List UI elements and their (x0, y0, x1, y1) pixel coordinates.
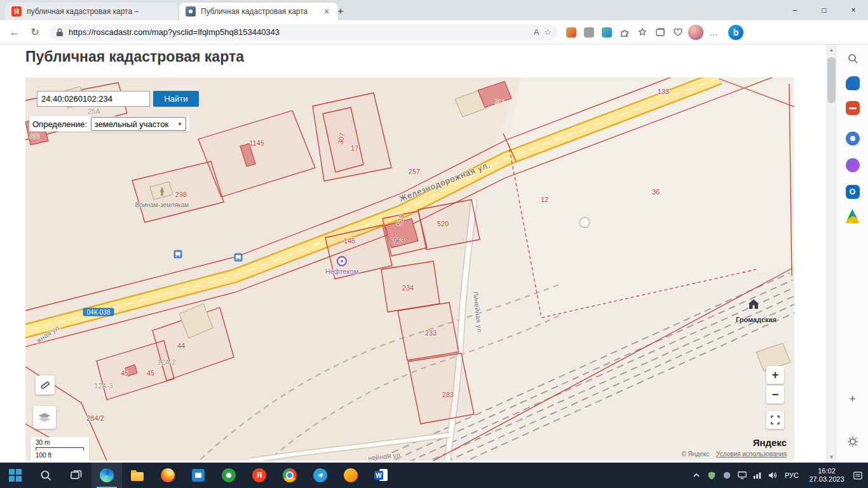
yandex-logo[interactable]: Яндекс (753, 437, 787, 448)
tab-title: Публичная кадастровая карта (201, 7, 316, 16)
definition-select[interactable]: земельный участок ▼ (91, 117, 186, 131)
shopping-tag-icon (846, 76, 860, 90)
extension-icon-3[interactable] (599, 24, 615, 41)
extension-badge (584, 27, 594, 37)
sidebar-drive-icon[interactable] (844, 208, 861, 224)
scrollbar-thumb[interactable] (827, 57, 836, 103)
extension-icon-2[interactable] (581, 24, 597, 41)
sidebar-add-icon[interactable]: + (844, 391, 861, 407)
chrome-icon (283, 468, 297, 482)
page-content: Публичная кадастровая карта (0, 44, 826, 463)
definition-label: Определение: (32, 119, 87, 129)
avatar (688, 25, 703, 40)
new-tab-button[interactable]: + (333, 4, 348, 19)
zoom-out-button[interactable]: − (766, 386, 784, 403)
system-tray: РУС 16:02 27.03.2023 (689, 463, 868, 488)
measure-button[interactable] (36, 376, 55, 395)
language-indicator[interactable]: РУС (780, 471, 803, 479)
collections-folder-icon (655, 27, 665, 37)
scroll-up-icon[interactable]: ▲ (826, 44, 837, 55)
network-icon[interactable] (750, 463, 765, 488)
taskbar-chrome-icon[interactable] (275, 463, 305, 488)
find-button[interactable]: Найти (153, 91, 199, 107)
extension-badge (566, 27, 576, 37)
tray-expand-icon[interactable] (689, 463, 704, 488)
taskbar-firefox-icon[interactable] (153, 463, 183, 488)
designer-icon (846, 158, 860, 172)
extension-badge (602, 27, 612, 37)
settings-more-button[interactable]: … (705, 24, 722, 41)
sidebar-settings-icon[interactable] (844, 433, 861, 450)
edge-sidebar: O + (836, 44, 868, 463)
read-aloud-icon[interactable]: A (534, 27, 539, 37)
notification-center-icon[interactable] (850, 463, 865, 488)
taskbar-telegram-icon[interactable] (305, 463, 336, 488)
close-window-button[interactable]: × (839, 0, 868, 20)
browser-tab-inactive[interactable]: Я публичная кадастровая карта – (5, 3, 178, 20)
copyright-text: © Яндекс (681, 451, 709, 458)
profile-avatar[interactable] (688, 24, 704, 41)
yandex-browser-icon: Я (252, 468, 266, 482)
cadastral-search-input[interactable]: 24:40:0260102:234 (37, 91, 150, 107)
zoom-in-button[interactable]: + (766, 366, 784, 384)
person-icon (846, 132, 860, 146)
scale-imperial: 100 ft (36, 452, 84, 459)
sidebar-learning-icon[interactable] (844, 130, 861, 147)
map-canvas[interactable] (25, 78, 794, 461)
browser-essentials-icon[interactable] (670, 24, 686, 41)
minimize-button[interactable]: – (780, 0, 810, 20)
favorites-bar-icon[interactable] (634, 24, 651, 41)
sidebar-outlook-icon[interactable]: O (844, 184, 861, 200)
extension-icon-1[interactable] (563, 24, 580, 41)
volume-icon[interactable] (765, 463, 780, 488)
taskbar-clock[interactable]: 16:02 27.03.2023 (803, 467, 850, 484)
taskbar-app-green-icon[interactable] (214, 463, 244, 488)
bus-stop-icon (174, 250, 182, 259)
task-view-button[interactable] (61, 463, 92, 488)
taskbar-yandex-browser-icon[interactable]: Я (244, 463, 275, 488)
bing-discover-icon[interactable]: b (728, 25, 743, 40)
terms-link[interactable]: Условия использования (716, 451, 787, 458)
taskbar-word-icon[interactable]: W (366, 463, 397, 488)
sidebar-tools-icon[interactable] (844, 100, 861, 116)
scroll-down-icon[interactable]: ▼ (826, 452, 837, 463)
taskbar-explorer-icon[interactable] (122, 463, 153, 488)
sidebar-designer-icon[interactable] (844, 157, 861, 173)
taskbar-edge-icon[interactable] (92, 463, 122, 488)
browser-tab-bar: Я публичная кадастровая карта – Публична… (0, 0, 868, 20)
search-icon (847, 53, 858, 64)
layers-button[interactable] (33, 406, 56, 429)
browser-tab-active[interactable]: Публичная кадастровая карта × (179, 3, 338, 20)
display-icon[interactable] (735, 463, 750, 488)
clock-date: 27.03.2023 (803, 475, 850, 484)
page-scrollbar[interactable]: ▲ ▼ (826, 44, 837, 463)
refresh-button[interactable]: ↻ (25, 23, 44, 42)
url-text[interactable]: https://roscadastr.com/map?ysclid=lfqlmp… (69, 27, 529, 37)
plus-icon: + (849, 393, 856, 406)
sidebar-search-icon[interactable] (844, 50, 861, 67)
sidebar-shopping-icon[interactable] (844, 75, 861, 92)
start-button[interactable] (0, 463, 31, 488)
scale-metric: 30 m (36, 439, 84, 446)
tray-app-icon[interactable] (719, 463, 735, 488)
taskbar-app-orange-icon[interactable] (336, 463, 366, 488)
maximize-button[interactable]: □ (810, 0, 839, 20)
circle-marker (580, 217, 590, 227)
word-icon: W (374, 468, 388, 482)
site-favicon (186, 6, 196, 17)
green-app-icon (222, 468, 236, 482)
cadastral-map[interactable]: 25ААП11453071725736313312365205196963145… (25, 78, 794, 461)
map-attribution: © Яндекс Условия использования (681, 451, 787, 458)
folder-icon (131, 472, 144, 481)
extensions-puzzle-icon[interactable] (616, 24, 633, 41)
puzzle-icon (620, 27, 630, 37)
close-tab-icon[interactable]: × (322, 6, 332, 17)
fullscreen-button[interactable] (766, 411, 784, 429)
back-button[interactable]: ← (5, 23, 24, 42)
antivirus-shield-icon[interactable] (704, 463, 719, 488)
taskbar-search-button[interactable] (31, 463, 61, 488)
taskbar-app-blue-icon[interactable] (183, 463, 214, 488)
favorites-star-icon[interactable]: ☆ (544, 27, 552, 37)
collections-icon[interactable] (652, 24, 668, 41)
address-bar[interactable]: https://roscadastr.com/map?ysclid=lfqlmp… (50, 24, 558, 41)
